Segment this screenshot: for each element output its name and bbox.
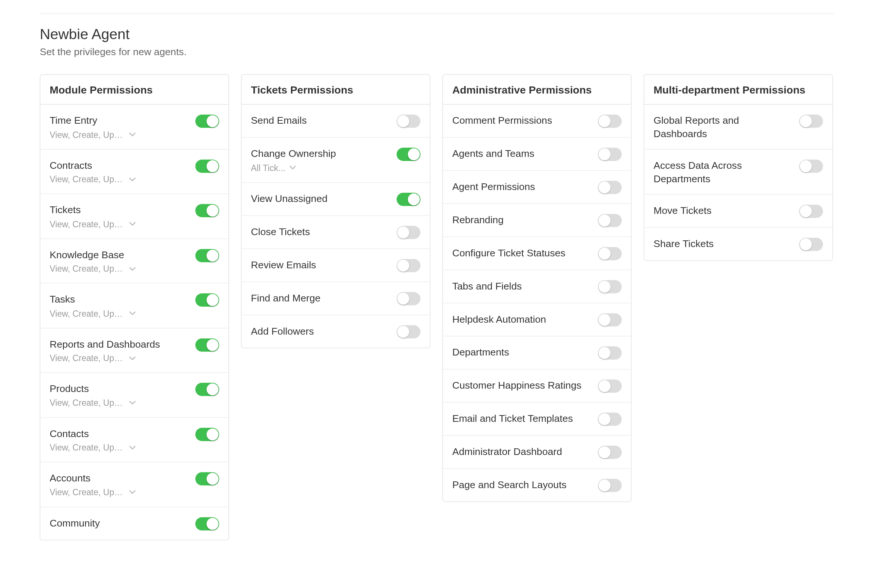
perm-sub-products[interactable]: View, Create, Upd... bbox=[49, 398, 136, 408]
perm-sub-tasks[interactable]: View, Create, Upd... bbox=[49, 308, 136, 318]
perm-label-add-followers: Add Followers bbox=[251, 324, 390, 337]
chevron-down-icon bbox=[129, 220, 136, 227]
perm-label-page-search-layouts: Page and Search Layouts bbox=[452, 478, 591, 491]
perm-row-page-search-layouts: Page and Search Layouts bbox=[443, 469, 631, 501]
toggle-add-followers[interactable] bbox=[397, 325, 421, 338]
perm-row-move-tickets: Move Tickets bbox=[644, 195, 832, 228]
toggle-accounts[interactable] bbox=[195, 472, 219, 486]
panel-header-multidept: Multi-department Permissions bbox=[644, 75, 832, 105]
toggle-comment-permissions[interactable] bbox=[598, 114, 622, 128]
perm-sub-knowledge-base[interactable]: View, Create, Upd... bbox=[49, 264, 136, 273]
perm-main-view-unassigned: View Unassigned bbox=[251, 192, 397, 205]
perm-row-knowledge-base: Knowledge BaseView, Create, Upd... bbox=[40, 239, 228, 284]
toggle-rebranding[interactable] bbox=[598, 214, 622, 227]
toggle-global-reports-dashboards[interactable] bbox=[799, 114, 823, 128]
perm-main-close-tickets: Close Tickets bbox=[251, 225, 397, 238]
page-title: Newbie Agent bbox=[40, 26, 835, 43]
perm-label-helpdesk-automation: Helpdesk Automation bbox=[452, 313, 591, 326]
perm-label-community: Community bbox=[49, 516, 189, 529]
perm-label-agent-permissions: Agent Permissions bbox=[452, 180, 591, 193]
perm-sub-contracts[interactable]: View, Create, Upd... bbox=[49, 174, 136, 184]
toggle-agents-teams[interactable] bbox=[598, 147, 622, 161]
perm-sub-text-tickets: View, Create, Upd... bbox=[49, 219, 125, 229]
toggle-send-emails[interactable] bbox=[397, 114, 421, 128]
toggle-configure-ticket-status[interactable] bbox=[598, 247, 622, 261]
toggle-review-emails[interactable] bbox=[397, 259, 421, 272]
toggle-find-merge[interactable] bbox=[397, 292, 421, 305]
perm-sub-tickets[interactable]: View, Create, Upd... bbox=[49, 219, 136, 229]
toggle-time-entry[interactable] bbox=[195, 114, 219, 128]
perm-row-helpdesk-automation: Helpdesk Automation bbox=[443, 303, 631, 336]
perm-label-tasks: Tasks bbox=[49, 293, 189, 306]
perm-main-community: Community bbox=[49, 516, 195, 529]
perm-sub-text-time-entry: View, Create, Upd... bbox=[49, 129, 125, 140]
toggle-access-data-across-depts[interactable] bbox=[799, 159, 823, 173]
toggle-tabs-fields[interactable] bbox=[598, 280, 622, 294]
perm-label-share-tickets: Share Tickets bbox=[654, 237, 792, 250]
perm-sub-contacts[interactable]: View, Create, Upd... bbox=[49, 442, 136, 452]
toggle-view-unassigned[interactable] bbox=[397, 192, 421, 206]
perm-main-comment-permissions: Comment Permissions bbox=[452, 114, 598, 127]
perm-main-change-ownership: Change OwnershipAll Tick... bbox=[251, 147, 397, 172]
perm-main-products: ProductsView, Create, Upd... bbox=[49, 382, 195, 407]
perm-row-tickets: TicketsView, Create, Upd... bbox=[40, 194, 228, 239]
top-divider bbox=[40, 14, 835, 14]
perm-main-page-search-layouts: Page and Search Layouts bbox=[452, 478, 598, 491]
toggle-customer-happiness[interactable] bbox=[598, 380, 622, 393]
perm-main-tickets: TicketsView, Create, Upd... bbox=[49, 204, 195, 229]
toggle-close-tickets[interactable] bbox=[397, 225, 421, 239]
toggle-community[interactable] bbox=[195, 517, 219, 530]
perm-sub-text-knowledge-base: View, Create, Upd... bbox=[49, 264, 125, 273]
perm-main-global-reports-dashboards: Global Reports and Dashboards bbox=[654, 114, 799, 140]
toggle-contacts[interactable] bbox=[195, 428, 219, 441]
toggle-tasks[interactable] bbox=[195, 293, 219, 307]
toggle-reports-dashboards[interactable] bbox=[195, 338, 219, 351]
perm-main-tasks: TasksView, Create, Upd... bbox=[49, 293, 195, 318]
perm-label-contracts: Contracts bbox=[49, 159, 189, 172]
perm-label-review-emails: Review Emails bbox=[251, 258, 390, 271]
perm-sub-text-contracts: View, Create, Upd... bbox=[49, 174, 125, 184]
perm-main-admin-dashboard: Administrator Dashboard bbox=[452, 445, 598, 458]
toggle-move-tickets[interactable] bbox=[799, 205, 823, 218]
toggle-knowledge-base[interactable] bbox=[195, 249, 219, 262]
toggle-helpdesk-automation[interactable] bbox=[598, 314, 622, 327]
chevron-down-icon bbox=[129, 355, 136, 362]
toggle-agent-permissions[interactable] bbox=[598, 181, 622, 194]
perm-sub-accounts[interactable]: View, Create, Upd... bbox=[49, 487, 136, 497]
perm-row-tabs-fields: Tabs and Fields bbox=[443, 270, 631, 303]
toggle-share-tickets[interactable] bbox=[799, 238, 823, 251]
perm-main-agents-teams: Agents and Teams bbox=[452, 147, 598, 160]
perm-sub-change-ownership[interactable]: All Tick... bbox=[251, 162, 337, 172]
perm-main-contacts: ContactsView, Create, Upd... bbox=[49, 427, 195, 452]
toggle-tickets[interactable] bbox=[195, 204, 219, 217]
perm-sub-text-products: View, Create, Upd... bbox=[49, 398, 125, 408]
perm-row-contracts: ContractsView, Create, Upd... bbox=[40, 149, 228, 194]
perm-row-agent-permissions: Agent Permissions bbox=[443, 171, 631, 204]
perm-label-configure-ticket-status: Configure Ticket Statuses bbox=[452, 246, 591, 260]
perm-row-change-ownership: Change OwnershipAll Tick... bbox=[242, 138, 430, 183]
perm-row-review-emails: Review Emails bbox=[242, 249, 430, 282]
perm-row-add-followers: Add Followers bbox=[242, 315, 430, 347]
perm-label-global-reports-dashboards: Global Reports and Dashboards bbox=[654, 114, 792, 140]
perm-main-email-ticket-templates: Email and Ticket Templates bbox=[452, 412, 598, 425]
toggle-change-ownership[interactable] bbox=[397, 147, 421, 161]
toggle-page-search-layouts[interactable] bbox=[598, 479, 622, 492]
perm-row-departments: Departments bbox=[443, 336, 631, 370]
perm-main-departments: Departments bbox=[452, 346, 598, 359]
toggle-admin-dashboard[interactable] bbox=[598, 446, 622, 459]
perm-row-view-unassigned: View Unassigned bbox=[242, 183, 430, 216]
toggle-contracts[interactable] bbox=[195, 159, 219, 172]
toggle-departments[interactable] bbox=[598, 346, 622, 360]
perm-main-reports-dashboards: Reports and DashboardsView, Create, Upd.… bbox=[49, 338, 195, 363]
perm-label-view-unassigned: View Unassigned bbox=[251, 192, 390, 205]
chevron-down-icon bbox=[129, 399, 136, 406]
perm-label-reports-dashboards: Reports and Dashboards bbox=[49, 338, 189, 351]
toggle-products[interactable] bbox=[195, 382, 219, 396]
perm-sub-reports-dashboards[interactable]: View, Create, Upd... bbox=[49, 353, 136, 363]
perm-label-time-entry: Time Entry bbox=[49, 114, 189, 127]
perm-main-share-tickets: Share Tickets bbox=[654, 237, 799, 250]
perm-row-global-reports-dashboards: Global Reports and Dashboards bbox=[644, 105, 832, 150]
toggle-email-ticket-templates[interactable] bbox=[598, 412, 622, 426]
perm-sub-time-entry[interactable]: View, Create, Upd... bbox=[49, 129, 136, 140]
perm-row-share-tickets: Share Tickets bbox=[644, 228, 832, 260]
